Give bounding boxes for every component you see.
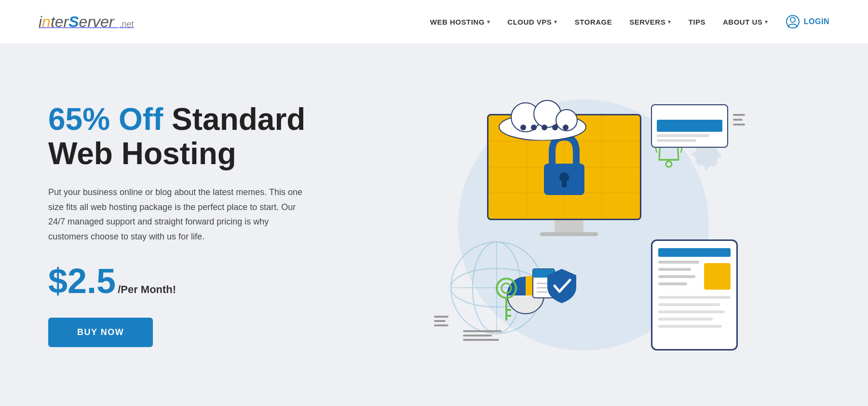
chevron-down-icon: ▾ (765, 19, 768, 25)
svg-rect-15 (562, 180, 567, 187)
logo[interactable]: interServer .net (39, 13, 134, 31)
nav-tips[interactable]: TIPS (689, 18, 705, 26)
svg-point-25 (497, 279, 516, 298)
card-bar (657, 120, 722, 132)
price-amount: $2.5 (48, 264, 116, 298)
cloud-widget (494, 92, 591, 142)
cloud-icon (494, 92, 591, 140)
monitor-base (540, 232, 598, 236)
svg-point-1 (790, 17, 795, 22)
tablet-header (658, 248, 731, 257)
site-header: interServer .net WEB HOSTING ▾ CLOUD VPS… (0, 0, 868, 43)
tablet-text-lines (658, 261, 699, 292)
shield-icon (545, 266, 579, 307)
nav-web-hosting[interactable]: WEB HOSTING ▾ (430, 18, 490, 26)
dash-lines (733, 114, 745, 126)
card-lines (657, 134, 722, 142)
dashes-left (434, 316, 448, 326)
nav-storage[interactable]: STORAGE (575, 18, 612, 26)
chevron-down-icon: ▾ (668, 19, 671, 25)
svg-point-31 (666, 161, 672, 167)
hero-section: 65% Off StandardWeb Hosting Put your bus… (0, 43, 868, 406)
user-circle-icon (786, 14, 800, 29)
chevron-down-icon: ▾ (487, 19, 490, 25)
padlock-icon (540, 135, 588, 197)
hero-description: Put your business online or blog about t… (48, 185, 309, 244)
login-button[interactable]: LOGIN (786, 14, 829, 29)
tablet-orange-block (704, 263, 731, 290)
nav-about-us[interactable]: ABOUT US ▾ (723, 18, 768, 26)
card-line (657, 139, 696, 142)
logo-text: interServer (39, 13, 118, 30)
tablet-bottom-lines (658, 296, 731, 330)
hero-headline: 65% Off StandardWeb Hosting (48, 102, 338, 170)
main-nav: WEB HOSTING ▾ CLOUD VPS ▾ STORAGE SERVER… (430, 14, 829, 29)
chevron-down-icon: ▾ (554, 19, 557, 25)
hero-content: 65% Off StandardWeb Hosting Put your bus… (48, 102, 338, 347)
logo-tld: .net (119, 19, 134, 29)
svg-point-26 (502, 283, 511, 293)
credit-card-widget (651, 104, 728, 148)
svg-point-22 (542, 125, 547, 130)
hero-illustration (338, 75, 829, 375)
tablet-screen (651, 239, 738, 350)
dashes-bottom (463, 330, 502, 341)
card-shape (651, 104, 728, 148)
headline-blue-text: 65% Off (48, 102, 163, 137)
svg-point-20 (520, 125, 526, 130)
card-line (657, 134, 709, 137)
key-icon (492, 276, 521, 326)
monitor-stand (555, 220, 583, 232)
svg-point-23 (552, 125, 558, 130)
svg-point-24 (563, 125, 569, 130)
svg-point-21 (531, 125, 537, 130)
nav-servers[interactable]: SERVERS ▾ (629, 18, 671, 26)
buy-now-button[interactable]: BUY NOW (48, 318, 153, 347)
illustration (420, 85, 747, 365)
price-period: /Per Month! (118, 283, 176, 296)
tablet-device (651, 239, 738, 350)
nav-cloud-vps[interactable]: CLOUD VPS ▾ (507, 18, 557, 26)
price-display: $2.5 /Per Month! (48, 264, 338, 298)
